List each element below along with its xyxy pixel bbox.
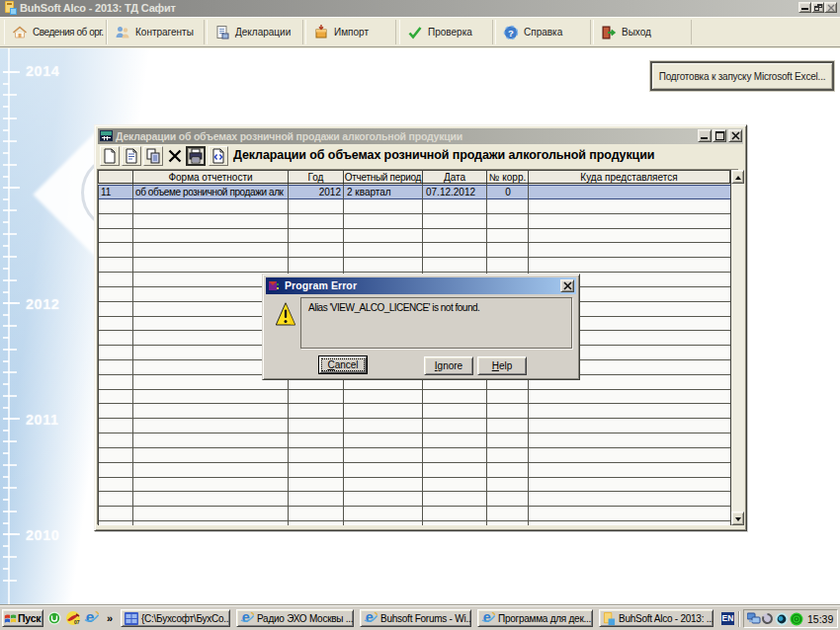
svg-text:?: ? <box>508 27 514 38</box>
svg-text:e: e <box>86 610 95 625</box>
svg-text:07: 07 <box>74 619 80 625</box>
svg-text:e: e <box>242 611 250 625</box>
svg-text:e: e <box>483 611 491 625</box>
svg-text:e: e <box>366 611 374 625</box>
